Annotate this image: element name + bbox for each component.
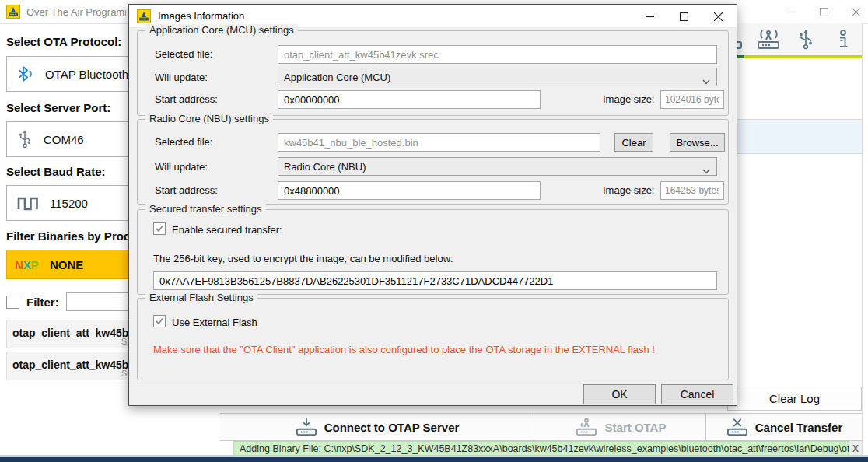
dialog-action-buttons: OK Cancel [583, 384, 733, 404]
cancel-transfer-button[interactable]: Cancel Transfer [706, 414, 862, 440]
selected-file-label: Selected file: [155, 136, 212, 148]
maximize-icon[interactable] [820, 8, 828, 16]
port-label: Select Server Port: [6, 101, 110, 114]
start-address-label: Start address: [155, 184, 218, 196]
chevron-down-icon [702, 165, 710, 177]
secured-transfer-legend: Secured transfer settings [145, 203, 266, 215]
dialog-title: Images Information [158, 10, 244, 22]
product-filter-value: NONE [50, 258, 83, 271]
radio-selected-file-field [278, 133, 600, 152]
status-bar: Adding Binary File: C:\nxp\SDK_2_12_3_KW… [233, 441, 849, 457]
app-will-update-dropdown[interactable]: Application Core (MCU) [278, 68, 717, 86]
toolbar-info-icon[interactable] [828, 26, 859, 53]
app-logo-icon [6, 5, 20, 19]
key-hint-text: The 256-bit key, used to encrypt the ima… [153, 253, 453, 264]
window-bottom-strip [0, 457, 868, 462]
will-update-label: Will update: [155, 72, 208, 83]
use-external-flash-checkbox[interactable] [153, 315, 166, 327]
check-icon [155, 224, 164, 233]
toolbar-start-otap-icon[interactable] [753, 26, 784, 53]
cancel-router-icon [726, 417, 749, 437]
port-value: COM46 [44, 133, 84, 146]
protocol-value: OTAP Bluetooth [45, 68, 128, 81]
footer-buttons: Connect to OTAP Server Start OTAP Cancel… [220, 413, 862, 441]
chevron-down-icon [702, 75, 710, 87]
radio-start-address-field[interactable] [278, 181, 541, 200]
radio-will-update-dropdown[interactable]: Radio Core (NBU) [278, 157, 717, 176]
window-right-border [862, 23, 863, 456]
external-flash-warning: Make sure that the "OTA Client" applicat… [153, 344, 655, 355]
secured-transfer-group: Secured transfer settings Enable secured… [137, 209, 729, 295]
clear-log-button[interactable]: Clear Log [727, 387, 862, 411]
app-core-legend: Application Core (MCU) settings [145, 24, 298, 36]
check-icon [155, 317, 164, 326]
images-information-dialog: Images Information Application Core (MCU… [128, 4, 737, 406]
app-selected-file-field [278, 45, 717, 64]
toolbar-usb-icon[interactable] [790, 26, 821, 53]
cancel-button[interactable]: Cancel [661, 384, 733, 404]
square-wave-icon [17, 195, 39, 211]
app-window: Over The Air Programming [0, 0, 868, 462]
ok-button[interactable]: OK [583, 384, 656, 404]
image-size-label: Image size: [603, 93, 654, 105]
close-icon[interactable] [852, 8, 860, 16]
dialog-minimize-icon[interactable] [632, 5, 667, 28]
enable-secured-label: Enable secured transfer: [172, 224, 282, 236]
filter-label: Filter: [26, 296, 59, 309]
main-window-controls [788, 0, 860, 23]
connect-otap-server-button[interactable]: Connect to OTAP Server [220, 414, 534, 440]
connect-router-icon [295, 417, 318, 437]
baud-label: Select Baud Rate: [6, 165, 106, 178]
bluetooth-icon [17, 65, 34, 82]
start-router-icon [574, 417, 599, 437]
encryption-key-field[interactable] [153, 271, 717, 290]
dialog-close-icon[interactable] [701, 5, 735, 28]
app-image-size-field [660, 90, 724, 109]
radio-will-update-value: Radio Core (NBU) [284, 161, 366, 173]
filter-binaries-label: Filter Binaries by Product [6, 229, 149, 243]
radio-image-size-field [660, 181, 724, 200]
status-close-button[interactable]: X [849, 441, 862, 457]
external-flash-legend: External Flash Settings [145, 292, 257, 303]
cancel-transfer-label: Cancel Transfer [755, 421, 843, 434]
filter-checkbox[interactable] [6, 296, 19, 309]
selected-file-label: Selected file: [155, 48, 212, 60]
clear-log-label: Clear Log [769, 392, 820, 405]
minimize-icon[interactable] [788, 8, 796, 16]
start-address-label: Start address: [155, 93, 218, 105]
will-update-label: Will update: [155, 161, 208, 173]
radio-core-legend: Radio Core (NBU) settings [145, 113, 273, 124]
dialog-app-icon [137, 9, 151, 23]
status-text: Adding Binary File: C:\nxp\SDK_2_12_3_KW… [234, 443, 849, 454]
external-flash-group: External Flash Settings Use External Fla… [137, 298, 729, 380]
start-otap-button[interactable]: Start OTAP [534, 414, 706, 440]
protocol-label: Select OTA Protocol: [6, 35, 121, 48]
nxp-logo-icon: NXP [15, 258, 39, 271]
baud-value: 115200 [50, 197, 88, 210]
usb-icon [17, 129, 33, 149]
dialog-controls [632, 5, 735, 28]
browse-button[interactable]: Browse... [670, 133, 725, 152]
app-core-group: Application Core (MCU) settings Selected… [137, 30, 729, 116]
app-start-address-field[interactable] [278, 90, 541, 109]
enable-secured-checkbox[interactable] [153, 222, 166, 235]
dialog-maximize-icon[interactable] [667, 5, 701, 28]
clear-button[interactable]: Clear [614, 133, 653, 152]
app-will-update-value: Application Core (MCU) [284, 72, 390, 83]
connect-label: Connect to OTAP Server [324, 421, 460, 434]
image-size-label: Image size: [603, 184, 654, 196]
use-external-flash-label: Use External Flash [172, 317, 257, 328]
main-window-title: Over The Air Programming [26, 6, 126, 18]
radio-core-group: Radio Core (NBU) settings Selected file:… [137, 119, 729, 205]
start-label: Start OTAP [605, 421, 667, 434]
